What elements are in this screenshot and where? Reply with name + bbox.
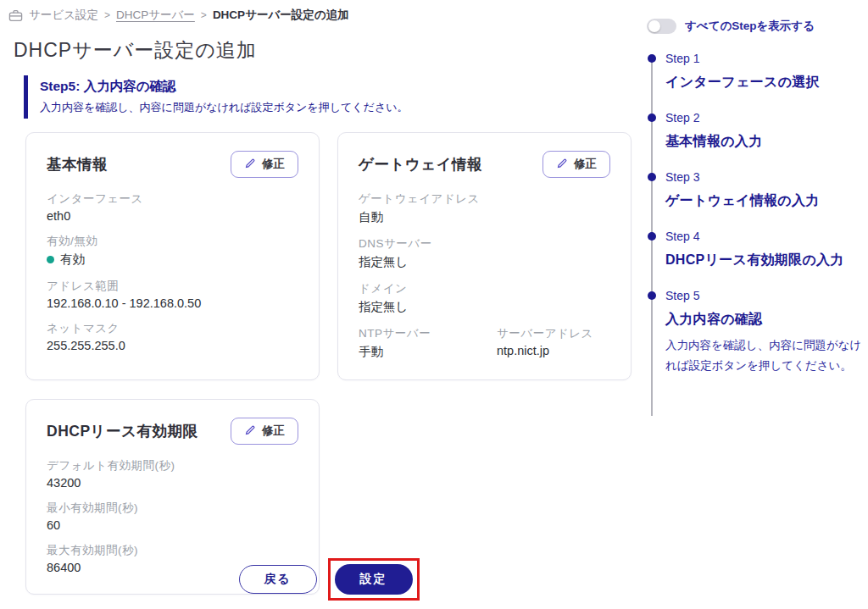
back-button[interactable]: 戻る <box>239 565 317 594</box>
highlight-box: 設定 <box>328 558 420 601</box>
breadcrumb-item-current: DHCPサーバー設定の追加 <box>213 8 349 23</box>
breadcrumb-item-dhcp-server[interactable]: DHCPサーバー <box>116 8 195 23</box>
step-banner-description: 入力内容を確認し、内容に問題がなければ設定ボタンを押してください。 <box>40 100 583 115</box>
field-enabled-state: 有効/無効 有効 <box>47 234 298 268</box>
step-item-2: Step 2 基本情報の入力 <box>665 111 864 170</box>
status-enabled-dot <box>47 256 54 263</box>
step-item-3: Step 3 ゲートウェイ情報の入力 <box>665 170 864 230</box>
field-default-lease: デフォルト有効期間(秒) 43200 <box>47 458 298 490</box>
edit-button-label: 修正 <box>262 424 285 439</box>
field-ntp-row: NTPサーバー 手動 サーバーアドレス ntp.nict.jp <box>359 326 610 371</box>
field-address-range: アドレス範囲 192.168.0.10 - 192.168.0.50 <box>47 279 298 310</box>
step-dot <box>648 54 656 63</box>
show-all-steps-label: すべてのStepを表示する <box>685 19 815 34</box>
field-interface: インターフェース eth0 <box>47 191 298 223</box>
field-netmask: ネットマスク 255.255.255.0 <box>47 321 298 352</box>
pencil-icon <box>244 424 256 439</box>
summary-cards: 基本情報 修正 インターフェース eth0 有効/無効 有効 アドレス範囲 <box>25 132 632 595</box>
card-dhcp-lease-title: DHCPリース有効期限 <box>47 421 198 441</box>
show-all-steps-toggle[interactable] <box>647 19 676 34</box>
pencil-icon <box>556 158 568 172</box>
submit-button[interactable]: 設定 <box>335 564 413 595</box>
card-gateway-info-title: ゲートウェイ情報 <box>359 154 482 174</box>
step-dot <box>648 232 656 241</box>
step-dot <box>648 113 656 122</box>
field-ntp-server-address: サーバーアドレス ntp.nict.jp <box>497 326 593 360</box>
card-basic-info-title: 基本情報 <box>47 154 108 174</box>
page-title: DHCPサーバー設定の追加 <box>14 37 257 64</box>
breadcrumb-separator: > <box>201 9 207 21</box>
breadcrumb: サービス設定 > DHCPサーバー > DHCPサーバー設定の追加 <box>8 8 349 23</box>
toggle-knob <box>648 20 660 32</box>
pencil-icon <box>244 158 256 172</box>
status-enabled-label: 有効 <box>60 252 85 268</box>
edit-button-label: 修正 <box>574 157 597 172</box>
field-dns-server: DNSサーバー 指定無し <box>359 236 610 270</box>
field-ntp-mode: NTPサーバー 手動 <box>359 326 497 360</box>
service-settings-icon <box>8 9 23 22</box>
step-banner: Step5: 入力内容の確認 入力内容を確認し、内容に問題がなければ設定ボタンを… <box>24 75 583 119</box>
steps-sidebar: すべてのStepを表示する Step 1 インターフェースの選択 Step 2 … <box>647 19 864 416</box>
action-bar: 戻る 設定 <box>25 558 632 601</box>
field-min-lease: 最小有効期間(秒) 60 <box>47 501 298 532</box>
breadcrumb-separator: > <box>104 9 110 21</box>
edit-button-label: 修正 <box>262 157 285 172</box>
step-timeline: Step 1 インターフェースの選択 Step 2 基本情報の入力 Step 3… <box>647 52 864 416</box>
step-5-description: 入力内容を確認し、内容に問題がなければ設定ボタンを押してください。 <box>665 335 864 375</box>
field-domain: ドメイン 指定無し <box>359 281 610 315</box>
card-basic-info: 基本情報 修正 インターフェース eth0 有効/無効 有効 アドレス範囲 <box>25 132 320 380</box>
edit-basic-info-button[interactable]: 修正 <box>231 151 298 178</box>
step-dot <box>648 291 656 300</box>
edit-gateway-info-button[interactable]: 修正 <box>542 151 610 178</box>
step-item-4: Step 4 DHCPリース有効期限の入力 <box>665 230 864 289</box>
field-gateway-address: ゲートウェイアドレス 自動 <box>359 191 610 225</box>
step-dot <box>648 173 656 181</box>
step-item-5: Step 5 入力内容の確認 入力内容を確認し、内容に問題がなければ設定ボタンを… <box>665 289 864 416</box>
step-banner-title: Step5: 入力内容の確認 <box>40 78 583 96</box>
step-item-1: Step 1 インターフェースの選択 <box>665 52 864 111</box>
card-gateway-info: ゲートウェイ情報 修正 ゲートウェイアドレス 自動 DNSサーバー 指定無し ド… <box>337 132 632 380</box>
breadcrumb-item-service-settings[interactable]: サービス設定 <box>29 8 98 23</box>
edit-dhcp-lease-button[interactable]: 修正 <box>231 418 298 445</box>
